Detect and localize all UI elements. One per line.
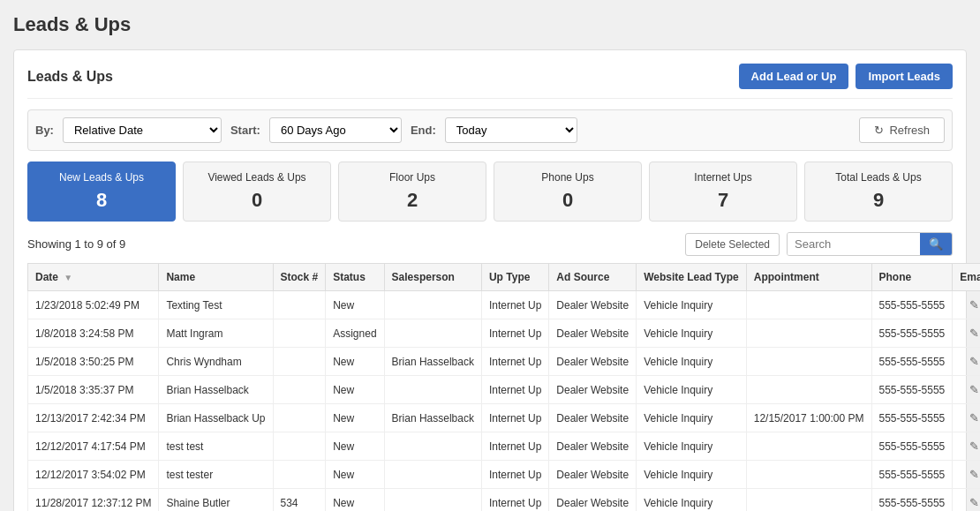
cell-2-6: Dealer Website bbox=[549, 348, 637, 376]
cell-7-8 bbox=[746, 489, 871, 512]
add-lead-button[interactable]: Add Lead or Up bbox=[739, 64, 849, 89]
cell-7-5: Internet Up bbox=[481, 489, 548, 512]
email-icon-btn-7[interactable]: ✎ bbox=[966, 494, 980, 511]
cell-7-3: New bbox=[326, 489, 384, 512]
cell-4-9: 555-555-5555 bbox=[871, 404, 953, 432]
cell-4-5: Internet Up bbox=[481, 404, 548, 432]
sort-icon-date: ▼ bbox=[64, 273, 72, 282]
col-header-3[interactable]: Status bbox=[326, 264, 384, 291]
col-header-9[interactable]: Phone bbox=[871, 264, 953, 291]
stat-card-4[interactable]: Internet Ups7 bbox=[649, 162, 797, 222]
cell-3-6: Dealer Website bbox=[549, 376, 637, 404]
stat-card-2[interactable]: Floor Ups2 bbox=[338, 162, 486, 222]
cell-7-6: Dealer Website bbox=[549, 489, 637, 512]
stat-card-5[interactable]: Total Leads & Ups9 bbox=[804, 162, 953, 222]
cell-1-9: 555-555-5555 bbox=[871, 319, 953, 348]
cell-3-2 bbox=[273, 376, 326, 404]
email-cell-3[interactable]: ✎ bbox=[953, 376, 980, 404]
email-cell-6[interactable]: ✎ bbox=[953, 461, 980, 489]
import-leads-button[interactable]: Import Leads bbox=[856, 64, 953, 89]
stat-label-2: Floor Ups bbox=[352, 171, 472, 184]
email-icon-btn-6[interactable]: ✎ bbox=[966, 466, 980, 483]
col-header-1[interactable]: Name bbox=[159, 264, 273, 291]
right-controls: Delete Selected 🔍 bbox=[685, 232, 953, 256]
search-input[interactable] bbox=[788, 233, 920, 255]
cell-0-9: 555-555-5555 bbox=[871, 291, 953, 319]
stat-value-1: 0 bbox=[197, 189, 317, 212]
card-header: Leads & Ups Add Lead or Up Import Leads bbox=[27, 64, 953, 99]
email-icon-btn-5[interactable]: ✎ bbox=[966, 438, 980, 455]
stat-label-1: Viewed Leads & Ups bbox=[197, 171, 317, 184]
cell-5-4 bbox=[384, 432, 481, 461]
col-header-10[interactable]: Email bbox=[953, 264, 980, 291]
email-icon-btn-3[interactable]: ✎ bbox=[966, 381, 980, 398]
page-title: Leads & Ups bbox=[13, 13, 967, 36]
email-cell-0[interactable]: ✎ bbox=[953, 291, 980, 319]
search-button[interactable]: 🔍 bbox=[920, 233, 952, 255]
cell-0-1: Texting Test bbox=[159, 291, 273, 319]
email-cell-5[interactable]: ✎ bbox=[953, 432, 980, 461]
cell-6-1: test tester bbox=[159, 461, 273, 489]
col-header-4[interactable]: Salesperson bbox=[384, 264, 481, 291]
stat-value-0: 8 bbox=[41, 189, 162, 212]
col-header-8[interactable]: Appointment bbox=[746, 264, 871, 291]
email-cell-2[interactable]: ✎ bbox=[953, 348, 980, 376]
table-row: 1/5/2018 3:35:37 PMBrian HasselbackNewIn… bbox=[28, 376, 981, 404]
cell-0-7: Vehicle Inquiry bbox=[637, 291, 747, 319]
stats-row: New Leads & Ups8Viewed Leads & Ups0Floor… bbox=[27, 162, 953, 222]
cell-0-2 bbox=[273, 291, 326, 319]
cell-6-5: Internet Up bbox=[481, 461, 548, 489]
email-icon-btn-2[interactable]: ✎ bbox=[966, 353, 980, 370]
cell-7-7: Vehicle Inquiry bbox=[637, 489, 747, 512]
table-row: 11/28/2017 12:37:12 PMShaine Butler534Ne… bbox=[28, 489, 981, 512]
email-cell-4[interactable]: ✎ bbox=[953, 404, 980, 432]
search-box: 🔍 bbox=[787, 232, 953, 256]
table-row: 1/23/2018 5:02:49 PMTexting TestNewInter… bbox=[28, 291, 981, 319]
end-select[interactable]: Today bbox=[445, 117, 577, 143]
email-icon-btn-0[interactable]: ✎ bbox=[966, 297, 980, 313]
cell-4-6: Dealer Website bbox=[549, 404, 637, 432]
cell-5-2 bbox=[273, 432, 326, 461]
stat-value-3: 0 bbox=[508, 189, 628, 212]
cell-5-7: Vehicle Inquiry bbox=[637, 432, 747, 461]
cell-0-6: Dealer Website bbox=[549, 291, 637, 319]
stat-label-0: New Leads & Ups bbox=[41, 171, 162, 184]
start-select[interactable]: 60 Days Ago bbox=[269, 117, 402, 143]
cell-2-7: Vehicle Inquiry bbox=[637, 348, 747, 376]
cell-6-3: New bbox=[326, 461, 384, 489]
stat-card-3[interactable]: Phone Ups0 bbox=[494, 162, 642, 222]
cell-0-5: Internet Up bbox=[481, 291, 548, 319]
cell-1-8 bbox=[746, 319, 871, 348]
delete-selected-button[interactable]: Delete Selected bbox=[685, 233, 780, 256]
cell-6-4 bbox=[384, 461, 481, 489]
stat-label-4: Internet Ups bbox=[663, 171, 783, 184]
cell-2-1: Chris Wyndham bbox=[159, 348, 273, 376]
stat-card-1[interactable]: Viewed Leads & Ups0 bbox=[183, 162, 331, 222]
cell-4-0: 12/13/2017 2:42:34 PM bbox=[28, 404, 159, 432]
cell-4-2 bbox=[273, 404, 326, 432]
cell-0-8 bbox=[746, 291, 871, 319]
cell-1-1: Matt Ingram bbox=[159, 319, 273, 348]
email-icon-btn-4[interactable]: ✎ bbox=[966, 410, 980, 426]
col-header-7[interactable]: Website Lead Type bbox=[637, 264, 747, 291]
col-header-2[interactable]: Stock # bbox=[273, 264, 326, 291]
refresh-button[interactable]: ↻ Refresh bbox=[859, 117, 945, 143]
stat-card-0[interactable]: New Leads & Ups8 bbox=[27, 162, 176, 222]
cell-5-5: Internet Up bbox=[481, 432, 548, 461]
cell-4-1: Brian Hasselback Up bbox=[159, 404, 273, 432]
cell-6-2 bbox=[273, 461, 326, 489]
email-cell-1[interactable]: ✎ bbox=[953, 319, 980, 348]
cell-5-3: New bbox=[326, 432, 384, 461]
col-header-0[interactable]: Date ▼ bbox=[28, 264, 159, 291]
refresh-icon: ↻ bbox=[874, 124, 884, 137]
email-icon-btn-1[interactable]: ✎ bbox=[966, 325, 980, 342]
stat-label-3: Phone Ups bbox=[508, 171, 628, 184]
table-row: 1/8/2018 3:24:58 PMMatt IngramAssignedIn… bbox=[28, 319, 981, 348]
email-cell-7[interactable]: ✎ bbox=[953, 489, 980, 512]
by-select[interactable]: Relative Date bbox=[63, 117, 222, 143]
cell-2-9: 555-555-5555 bbox=[871, 348, 953, 376]
cell-6-6: Dealer Website bbox=[549, 461, 637, 489]
col-header-6[interactable]: Ad Source bbox=[549, 264, 637, 291]
col-header-5[interactable]: Up Type bbox=[481, 264, 548, 291]
showing-text: Showing 1 to 9 of 9 bbox=[27, 237, 125, 251]
